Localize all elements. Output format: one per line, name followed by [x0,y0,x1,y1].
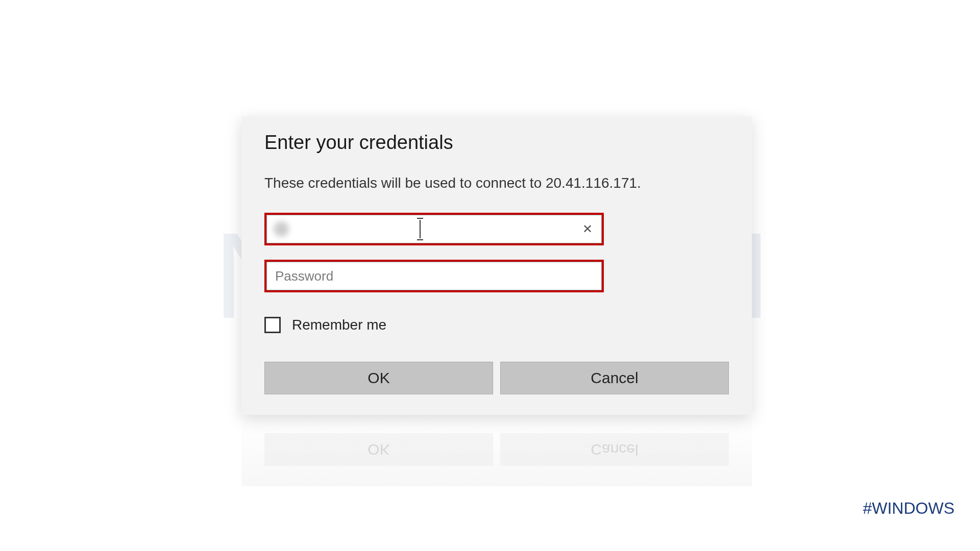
credentials-dialog-container: Enter your credentials These credentials… [241,116,752,486]
remember-me-label: Remember me [292,317,386,333]
clear-input-icon[interactable]: ✕ [582,223,593,235]
dialog-reflection: OK Cancel [241,415,752,486]
remember-me-row: Remember me [264,317,729,333]
dialog-title: Enter your credentials [264,132,729,154]
password-field-wrapper [264,260,604,292]
cancel-button[interactable]: Cancel [500,362,729,394]
dialog-description: These credentials will be used to connec… [264,175,729,191]
text-cursor-icon [420,220,421,238]
dialog-button-row: OK Cancel [264,362,729,394]
reflection-ok: OK [264,433,493,466]
credentials-dialog: Enter your credentials These credentials… [241,116,752,415]
ok-button[interactable]: OK [264,362,493,394]
hashtag-label: #WINDOWS [863,499,954,518]
username-field-wrapper: ✕ [264,213,604,245]
reflection-cancel: Cancel [500,433,729,466]
remember-me-checkbox[interactable] [264,317,281,333]
password-input[interactable] [266,262,602,290]
username-input[interactable] [266,215,602,243]
